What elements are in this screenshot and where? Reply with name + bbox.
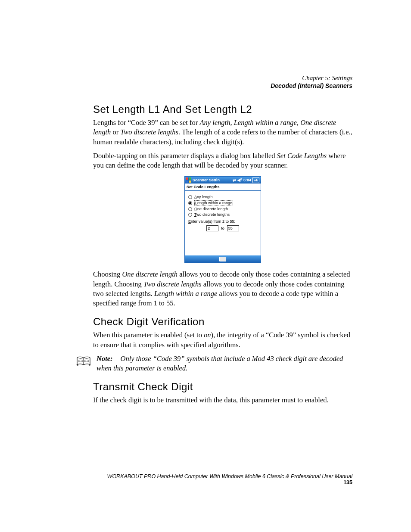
to-label: to <box>221 226 224 230</box>
radio-icon <box>188 201 192 205</box>
note-book-icon <box>76 355 91 369</box>
note-label: Note: <box>97 355 113 363</box>
paragraph: If the check digit is to be transmitted … <box>93 395 352 405</box>
paragraph: When this parameter is enabled (set to o… <box>93 330 352 350</box>
start-flag-icon[interactable] <box>186 177 191 183</box>
dialog-footer <box>185 255 261 262</box>
dialog-subtitle: Set Code Lengths <box>185 184 261 191</box>
clock-text: 6:04 <box>243 178 251 182</box>
radio-label: Any length <box>194 195 213 199</box>
keyboard-icon[interactable] <box>219 257 226 261</box>
status-icons: ⇄ ◀ᴱ 6:04 ok <box>233 177 259 183</box>
radio-icon <box>188 207 192 211</box>
radio-any-length[interactable]: Any length <box>188 195 257 199</box>
heading-set-length: Set Length L1 And Set Length L2 <box>93 103 352 115</box>
page-footer: WORKABOUT PRO Hand-Held Computer With Wi… <box>93 473 352 485</box>
volume-icon: ◀ᴱ <box>237 178 242 182</box>
radio-one-discrete[interactable]: One discrete length <box>188 207 257 211</box>
page-number: 135 <box>343 479 352 485</box>
connectivity-icon: ⇄ <box>233 178 236 182</box>
running-header: Chapter 5: Settings Decoded (Internal) S… <box>271 74 352 90</box>
radio-icon <box>188 213 192 217</box>
enter-values-label: Enter value(s) from 2 to 55: <box>188 219 257 224</box>
radio-label: Two discrete lengths <box>194 212 230 217</box>
radio-label: One discrete length <box>194 207 228 211</box>
paragraph: Double-tapping on this parameter display… <box>93 151 352 171</box>
note-text: Note:Only those “Code 39” symbols that i… <box>97 354 352 373</box>
value-inputs: to <box>188 225 257 231</box>
value-to-input[interactable] <box>227 225 239 231</box>
chapter-label: Chapter 5: Settings <box>271 74 352 82</box>
dialog-window: Scanner Settin ⇄ ◀ᴱ 6:04 ok Set Code Len… <box>184 176 261 263</box>
figure-wrapper: Scanner Settin ⇄ ◀ᴱ 6:04 ok Set Code Len… <box>93 176 352 263</box>
radio-label: Length within a range <box>194 200 233 205</box>
dialog-titlebar: Scanner Settin ⇄ ◀ᴱ 6:04 ok <box>185 177 261 184</box>
radio-length-range[interactable]: Length within a range <box>188 200 257 205</box>
paragraph: Lengths for “Code 39” can be set for Any… <box>93 118 352 147</box>
dialog-title: Scanner Settin <box>193 178 231 182</box>
paragraph: Choosing One discrete length allows you … <box>93 270 352 308</box>
ok-button[interactable]: ok <box>252 177 259 183</box>
note-block: Note:Only those “Code 39” symbols that i… <box>76 354 352 373</box>
footer-text: WORKABOUT PRO Hand-Held Computer With Wi… <box>107 473 352 479</box>
radio-icon <box>188 195 192 199</box>
heading-transmit-check-digit: Transmit Check Digit <box>93 381 352 393</box>
radio-two-discrete[interactable]: Two discrete lengths <box>188 212 257 217</box>
value-from-input[interactable] <box>206 225 218 231</box>
heading-check-digit: Check Digit Verification <box>93 316 352 328</box>
dialog-body: Any length Length within a range One dis… <box>185 191 261 255</box>
section-label: Decoded (Internal) Scanners <box>271 82 352 90</box>
